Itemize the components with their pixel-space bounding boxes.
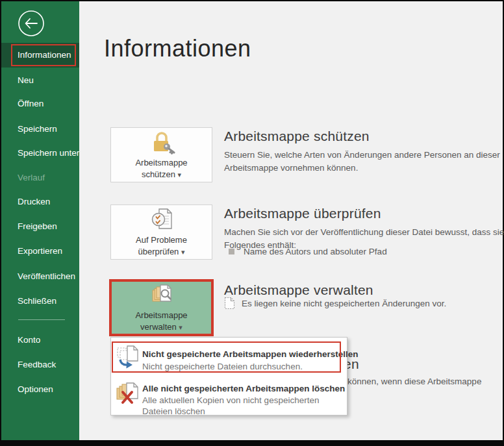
back-button[interactable]: [18, 10, 45, 37]
sidebar-item-speichern[interactable]: Speichern: [1, 117, 79, 142]
check-for-issues-button[interactable]: Auf Probleme überprüfen ▾: [110, 204, 212, 260]
sidebar-item-informationen[interactable]: Informationen: [1, 43, 79, 68]
inspect-finding-row: Name des Autors und absoluter Pfad: [229, 247, 387, 256]
unsaved-changes-status-text: Es liegen keine nicht gespeicherten Ände…: [242, 299, 446, 308]
sidebar-divider: [18, 319, 65, 320]
sidebar-item-exportieren[interactable]: Exportieren: [1, 239, 79, 264]
manage-workbook-button[interactable]: Arbeitsmappe verwalten ▾: [110, 280, 212, 335]
obscured-body-fragment: können, wenn diese Arbeitsmappe: [347, 375, 481, 388]
sidebar-item-veroeffentlichen[interactable]: Veröffentlichen: [1, 264, 79, 289]
inspect-document-icon: [148, 207, 175, 232]
manage-versions-icon: [148, 282, 175, 307]
info-page: Informationen Arbeitsmappe schützen ▾ Ar…: [79, 1, 503, 440]
inspect-workbook-heading: Arbeitsmappe überprüfen: [224, 206, 381, 221]
arrow-left-circle-icon: [18, 10, 45, 37]
sidebar-item-drucken[interactable]: Drucken: [1, 190, 79, 214]
delete-unsaved-workbooks-icon: [115, 382, 141, 410]
dropdown-caret-icon: ▾: [178, 171, 182, 179]
backstage-sidebar: Informationen Neu Öffnen Speichern Speic…: [1, 1, 79, 440]
menu-item-subtitle: Alle aktuellen Kopien von nicht gespeich…: [142, 395, 345, 417]
manage-workbook-dropdown-menu: Nicht gespeicherte Arbeitsmappen wiederh…: [110, 337, 347, 415]
sidebar-item-konto[interactable]: Konto: [1, 328, 79, 353]
menu-item-title: Nicht gespeicherte Arbeitsmappen wiederh…: [142, 349, 359, 359]
sidebar-item-optionen[interactable]: Optionen: [1, 377, 79, 402]
manage-workbook-button-label: Arbeitsmappe verwalten ▾: [120, 310, 204, 333]
unsaved-changes-status-row: Es liegen keine nicht gespeicherten Ände…: [224, 297, 446, 310]
dropdown-caret-icon: ▾: [181, 248, 185, 256]
sidebar-item-neu[interactable]: Neu: [1, 68, 79, 93]
protect-workbook-heading: Arbeitsmappe schützen: [224, 129, 370, 144]
check-for-issues-button-label: Auf Probleme überprüfen ▾: [120, 234, 204, 258]
sidebar-item-verlauf: Verlauf: [1, 166, 79, 190]
menu-item-title: Alle nicht gespeicherten Arbeitsmappen l…: [142, 384, 345, 393]
excel-backstage-window: Informationen Neu Öffnen Speichern Speic…: [0, 0, 504, 446]
sidebar-item-feedback[interactable]: Feedback: [1, 353, 79, 377]
manage-workbook-heading: Arbeitsmappe verwalten: [224, 282, 373, 298]
inspect-finding-text: Name des Autors und absoluter Pfad: [244, 247, 387, 256]
protect-workbook-button[interactable]: Arbeitsmappe schützen ▾: [110, 127, 212, 182]
protect-workbook-button-label: Arbeitsmappe schützen ▾: [120, 157, 204, 180]
bullet-square-icon: [229, 249, 234, 254]
menu-item-recover-unsaved-workbooks[interactable]: Nicht gespeicherte Arbeitsmappen wiederh…: [111, 341, 347, 373]
sidebar-item-oeffnen[interactable]: Öffnen: [1, 92, 79, 116]
page-title: Informationen: [104, 35, 251, 62]
menu-item-delete-unsaved-workbooks[interactable]: Alle nicht gespeicherten Arbeitsmappen l…: [111, 380, 347, 414]
sidebar-item-schliessen[interactable]: Schließen: [1, 289, 79, 314]
unsaved-document-icon: [224, 297, 235, 310]
menu-item-subtitle: Nicht gespeicherte Dateien durchsuchen.: [142, 361, 345, 372]
lock-key-icon: [148, 130, 175, 155]
recover-unsaved-workbooks-icon: [116, 344, 141, 370]
dropdown-caret-icon: ▾: [179, 323, 183, 331]
sidebar-item-freigeben[interactable]: Freigeben: [1, 214, 79, 239]
protect-workbook-description: Steuern Sie, welche Arten von Änderungen…: [224, 149, 504, 175]
sidebar-item-speichern-unter[interactable]: Speichern unter: [1, 141, 79, 166]
